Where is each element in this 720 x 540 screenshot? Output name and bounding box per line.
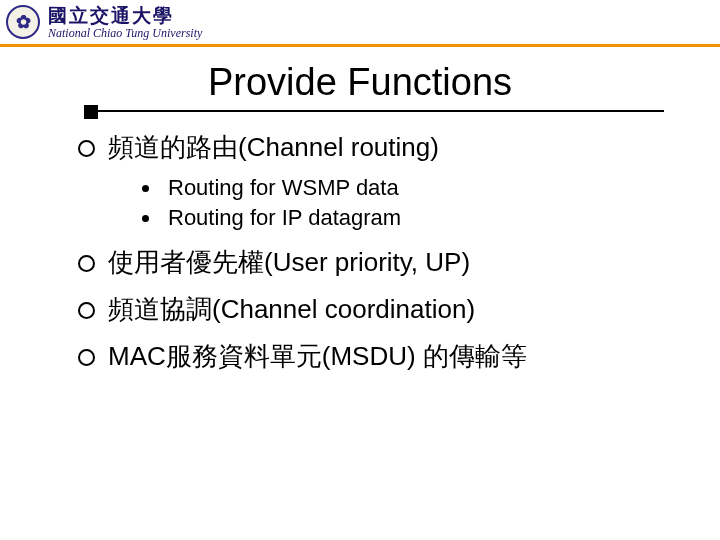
header-separator <box>0 44 720 47</box>
bullet-text: 頻道的路由(Channel routing) <box>108 132 439 162</box>
slide-title: Provide Functions <box>208 61 512 104</box>
university-logo-icon: ✿ <box>6 5 40 39</box>
bullet-text: 頻道協調(Channel coordination) <box>108 294 475 324</box>
list-item: Routing for WSMP data <box>164 175 680 201</box>
list-item: 使用者優先權(User priority, UP) <box>104 245 680 280</box>
sub-bullet-list: Routing for WSMP data Routing for IP dat… <box>164 175 680 231</box>
bullet-list: 頻道的路由(Channel routing) Routing for WSMP … <box>104 130 680 374</box>
sub-bullet-text: Routing for IP datagram <box>168 205 401 230</box>
university-name-block: 國立交通大學 National Chiao Tung University <box>48 6 202 39</box>
list-item: MAC服務資料單元(MSDU) 的傳輸等 <box>104 339 680 374</box>
university-name-en: National Chiao Tung University <box>48 27 202 39</box>
title-underline <box>98 110 664 112</box>
title-square-icon <box>84 105 98 119</box>
sub-bullet-text: Routing for WSMP data <box>168 175 399 200</box>
title-underline-row <box>0 110 720 112</box>
university-name-zh: 國立交通大學 <box>48 6 202 25</box>
list-item: Routing for IP datagram <box>164 205 680 231</box>
header: ✿ 國立交通大學 National Chiao Tung University <box>0 0 720 44</box>
header-bar-orange <box>0 44 720 47</box>
slide: ✿ 國立交通大學 National Chiao Tung University … <box>0 0 720 540</box>
bullet-text: MAC服務資料單元(MSDU) 的傳輸等 <box>108 341 527 371</box>
bullet-text: 使用者優先權(User priority, UP) <box>108 247 470 277</box>
title-area: Provide Functions <box>0 61 720 104</box>
list-item: 頻道的路由(Channel routing) Routing for WSMP … <box>104 130 680 231</box>
logo-glyph: ✿ <box>16 11 31 33</box>
body: 頻道的路由(Channel routing) Routing for WSMP … <box>0 112 720 374</box>
list-item: 頻道協調(Channel coordination) <box>104 292 680 327</box>
